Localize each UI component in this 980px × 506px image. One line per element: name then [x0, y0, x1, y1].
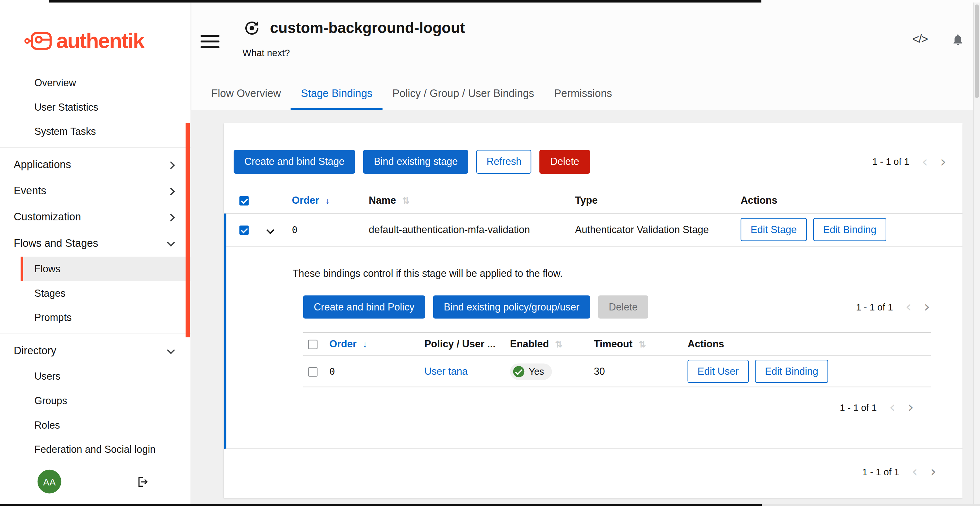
tab-stage-bindings[interactable]: Stage Bindings: [291, 80, 382, 110]
column-header-name[interactable]: Name⇅: [369, 195, 575, 206]
delete-binding-button[interactable]: Delete: [598, 295, 648, 319]
policy-user-link[interactable]: User tana: [424, 366, 468, 377]
sort-icon: ⇅: [555, 339, 562, 349]
sidebar-item-user-statistics[interactable]: User Statistics: [21, 95, 191, 119]
authentik-admin-interface: authentik Overview User Statistics Syste…: [0, 0, 980, 506]
check-icon: [513, 366, 524, 377]
sidebar-item-federation[interactable]: Federation and Social login: [21, 437, 191, 462]
main-area: custom-background-logout What next? </> …: [191, 0, 980, 506]
column-header-timeout[interactable]: Timeout⇅: [594, 338, 687, 350]
row-checkbox[interactable]: [239, 225, 249, 235]
column-header-type: Type: [575, 195, 741, 206]
pagination-card-bottom: 1 - 1 of 1 ‹ ›: [862, 464, 937, 479]
sidebar-item-groups[interactable]: Groups: [21, 389, 191, 413]
stage-type-value: Authenticator Validation Stage: [575, 224, 741, 235]
sidebar-item-roles[interactable]: Roles: [21, 413, 191, 438]
logout-icon[interactable]: [136, 475, 149, 488]
delete-button[interactable]: Delete: [540, 150, 590, 173]
column-header-actions: Actions: [687, 338, 931, 350]
page-title: custom-background-logout: [270, 19, 465, 37]
pagination-prev-icon[interactable]: ‹: [912, 464, 918, 479]
sidebar-item-prompts[interactable]: Prompts: [21, 306, 191, 330]
sidebar-item-users[interactable]: Users: [21, 364, 191, 389]
pagination-next-icon[interactable]: ›: [908, 400, 914, 415]
binding-table-row: 0 User tana Yes 30 E: [303, 356, 931, 387]
sidebar-item-overview[interactable]: Overview: [21, 70, 191, 95]
stage-bindings-card: Create and bind Stage Bind existing stag…: [224, 123, 963, 498]
binding-row-checkbox[interactable]: [308, 367, 318, 377]
sidebar-item-flows[interactable]: Flows: [21, 257, 191, 281]
window-bottom-border-light: [762, 504, 980, 506]
hamburger-menu-icon[interactable]: [200, 35, 219, 52]
stage-toolbar: Create and bind Stage Bind existing stag…: [224, 123, 963, 188]
pagination-prev-icon[interactable]: ‹: [922, 154, 928, 169]
brand-name: authentik: [56, 29, 144, 53]
sidebar-item-system-tasks[interactable]: System Tasks: [21, 119, 191, 144]
stage-table-header: Order↓ Name⇅ Type Actions: [224, 188, 963, 214]
chevron-down-icon: [167, 346, 175, 354]
browser-scrollbar-thumb[interactable]: [975, 4, 979, 98]
binding-table-header: Order↓ Policy / User ... Enabled⇅ Timeou…: [303, 332, 931, 356]
column-header-policy-user: Policy / User ...: [424, 338, 510, 350]
pagination-label: 1 - 1 of 1: [840, 402, 877, 413]
pagination-prev-icon[interactable]: ‹: [905, 299, 912, 314]
notification-bell-icon[interactable]: [951, 33, 964, 46]
column-header-order[interactable]: Order↓: [329, 338, 424, 350]
sort-desc-icon: ↓: [363, 339, 367, 349]
stage-order-value: 0: [292, 224, 369, 235]
bind-existing-stage-button[interactable]: Bind existing stage: [363, 150, 468, 173]
tab-permissions[interactable]: Permissions: [544, 80, 622, 110]
sidebar-section-flows-and-stages[interactable]: Flows and Stages: [0, 230, 191, 257]
sort-desc-icon: ↓: [325, 195, 329, 206]
sidebar-item-stages[interactable]: Stages: [21, 281, 191, 306]
flow-icon: [242, 19, 261, 37]
pagination-next-icon[interactable]: ›: [930, 464, 936, 479]
edit-binding-button[interactable]: Edit Binding: [813, 218, 886, 241]
authentik-logo-icon: [24, 31, 52, 51]
sidebar-section-events[interactable]: Events: [0, 178, 191, 204]
sidebar: authentik Overview User Statistics Syste…: [0, 0, 191, 506]
chevron-right-icon: [167, 214, 175, 221]
pagination-next-icon[interactable]: ›: [940, 154, 946, 169]
browser-scrollbar[interactable]: [973, 3, 980, 504]
sidebar-section-directory[interactable]: Directory: [0, 338, 191, 364]
policy-binding-table: Order↓ Policy / User ... Enabled⇅ Timeou…: [303, 332, 931, 387]
stage-table-row: 0 default-authentication-mfa-validation …: [226, 214, 963, 246]
sidebar-section-applications[interactable]: Applications: [0, 152, 191, 178]
pagination-card-bottom-wrap: 1 - 1 of 1 ‹ ›: [224, 449, 963, 498]
tab-content: Create and bind Stage Bind existing stag…: [191, 111, 980, 498]
bind-existing-policy-button[interactable]: Bind existing policy/group/user: [433, 295, 590, 319]
column-header-enabled[interactable]: Enabled⇅: [510, 338, 593, 350]
chevron-right-icon: [167, 161, 175, 169]
pagination-next-icon[interactable]: ›: [924, 299, 930, 314]
create-and-bind-policy-button[interactable]: Create and bind Policy: [303, 295, 425, 319]
column-header-actions: Actions: [741, 195, 963, 206]
create-and-bind-stage-button[interactable]: Create and bind Stage: [234, 150, 355, 173]
sidebar-section-customization[interactable]: Customization: [0, 205, 191, 230]
refresh-button[interactable]: Refresh: [477, 150, 531, 173]
edit-stage-button[interactable]: Edit Stage: [741, 218, 807, 241]
authentik-logo[interactable]: authentik: [0, 0, 191, 70]
window-bottom-border: [0, 504, 762, 506]
tab-policy-group-user-bindings[interactable]: Policy / Group / User Bindings: [382, 80, 544, 110]
select-all-checkbox[interactable]: [239, 196, 249, 206]
stage-binding-expansion: These bindings control if this stage wil…: [226, 246, 963, 449]
sidebar-divider: [0, 148, 191, 148]
binding-toolbar: Create and bind Policy Bind existing pol…: [303, 295, 931, 319]
header-icons: </>: [912, 32, 964, 46]
api-drawer-icon[interactable]: </>: [912, 32, 928, 46]
select-all-bindings-checkbox[interactable]: [308, 340, 318, 350]
pagination-label: 1 - 1 of 1: [872, 156, 909, 167]
column-header-order[interactable]: Order↓: [292, 195, 369, 206]
edit-user-button[interactable]: Edit User: [687, 360, 749, 383]
avatar[interactable]: AA: [38, 470, 61, 493]
tab-flow-overview[interactable]: Flow Overview: [201, 80, 291, 110]
pagination-prev-icon[interactable]: ‹: [889, 400, 895, 415]
pagination-panel-bottom-wrap: 1 - 1 of 1 ‹ ›: [293, 400, 931, 415]
collapse-row-icon[interactable]: [266, 226, 274, 234]
edit-binding-button[interactable]: Edit Binding: [755, 360, 829, 383]
sidebar-scrollbar-thumb[interactable]: [186, 123, 190, 337]
page-subtitle: What next?: [242, 48, 465, 58]
sidebar-footer: AA: [0, 462, 191, 506]
sort-icon: ⇅: [639, 339, 646, 349]
